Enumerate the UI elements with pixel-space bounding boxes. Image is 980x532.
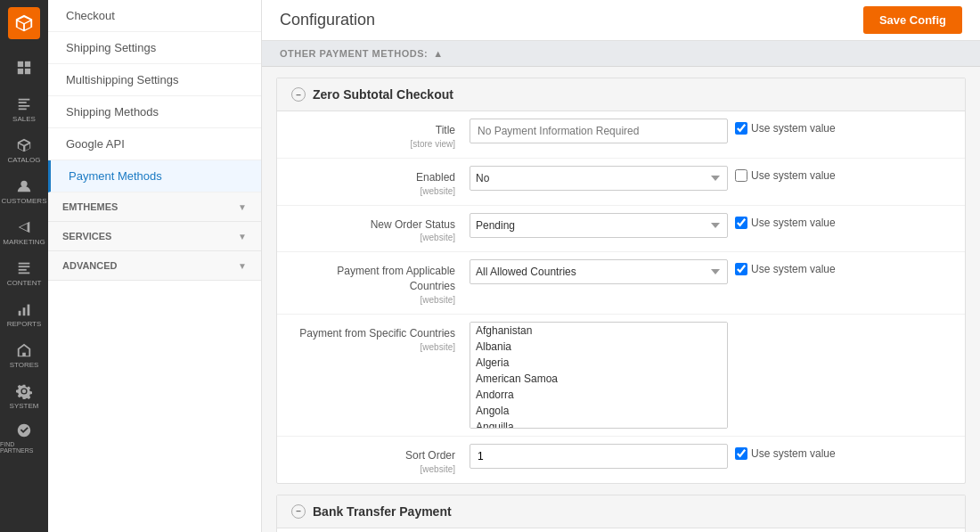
new-order-status-wrapper: Pending — [470, 213, 728, 238]
bank-transfer-enabled-row: Enabled [website] No Yes Use system valu… — [277, 528, 965, 532]
use-system-value-applicable: Use system value — [735, 259, 836, 275]
logo — [8, 7, 40, 39]
chevron-down-icon: ▼ — [238, 261, 247, 271]
bank-transfer-header[interactable]: – Bank Transfer Payment — [277, 495, 965, 528]
new-order-status-label: New Order Status [website] — [291, 213, 470, 245]
main-content: Configuration Save Config OTHER PAYMENT … — [262, 0, 980, 532]
applicable-countries-wrapper: All Allowed Countries Specific Countries — [470, 259, 728, 284]
zero-subtotal-enabled-select[interactable]: No Yes — [470, 166, 728, 191]
chevron-down-icon: ▼ — [238, 232, 247, 241]
sidebar-icon-reports[interactable]: REPORTS — [0, 294, 48, 335]
nav-section-advanced[interactable]: ADVANCED ▼ — [48, 251, 261, 281]
svg-rect-8 — [19, 273, 30, 274]
nav-item-shipping-methods[interactable]: Shipping Methods — [48, 96, 261, 128]
use-system-value-enabled-checkbox[interactable] — [735, 169, 747, 182]
specific-countries-control: AfghanistanAlbaniaAlgeriaAmerican SamoaA… — [470, 322, 951, 429]
svg-rect-7 — [19, 269, 27, 271]
title-label: Title [store view] — [291, 119, 470, 151]
svg-rect-3 — [25, 68, 30, 73]
bank-transfer-section: – Bank Transfer Payment Enabled [website… — [276, 495, 966, 532]
sidebar-icon-stores[interactable]: STORES — [0, 335, 48, 376]
chevron-down-icon: ▼ — [238, 202, 247, 212]
zero-subtotal-order-status-select[interactable]: Pending — [470, 213, 728, 238]
use-system-value-sort-checkbox[interactable] — [735, 447, 747, 460]
bank-transfer-title: Bank Transfer Payment — [313, 504, 452, 519]
svg-rect-11 — [28, 305, 30, 316]
enabled-select-wrapper: No Yes — [470, 166, 728, 191]
page-title: Configuration — [280, 11, 375, 29]
nav-panel: Checkout Shipping Settings Multishipping… — [48, 0, 262, 532]
sort-order-label: Sort Order [website] — [291, 444, 470, 476]
zero-subtotal-applicable-countries-row: Payment from Applicable Countries [websi… — [277, 252, 965, 315]
enabled-control: No Yes Use system value — [470, 166, 951, 191]
sidebar-icon-customers[interactable]: CUSTOMERS — [0, 171, 48, 212]
nav-item-checkout[interactable]: Checkout — [48, 0, 261, 32]
save-config-button[interactable]: Save Config — [863, 6, 962, 34]
zero-subtotal-header[interactable]: – Zero Subtotal Checkout — [277, 78, 965, 111]
sidebar-icon-catalog[interactable]: CATALOG — [0, 130, 48, 171]
sidebar-icon-list: SALES CATALOG CUSTOMERS MARKETING CONTEN… — [0, 48, 48, 458]
use-system-value-label: Use system value — [735, 119, 836, 135]
zero-subtotal-specific-countries-row: Payment from Specific Countries [website… — [277, 315, 965, 437]
zero-subtotal-applicable-countries-select[interactable]: All Allowed Countries Specific Countries — [470, 259, 728, 284]
svg-rect-0 — [18, 61, 23, 66]
sidebar-icon-marketing[interactable]: MARKETING — [0, 212, 48, 253]
sidebar-icon-system[interactable]: SYSTEM — [0, 376, 48, 417]
use-system-value-applicable-checkbox[interactable] — [735, 263, 747, 275]
zero-subtotal-enabled-row: Enabled [website] No Yes Use system valu… — [277, 159, 965, 206]
use-system-value-enabled: Use system value — [735, 166, 836, 182]
use-system-value-order-status: Use system value — [735, 213, 836, 229]
collapse-icon[interactable]: – — [291, 87, 306, 102]
zero-subtotal-title-row: Title [store view] Use system value — [277, 111, 965, 159]
nav-item-google-api[interactable]: Google API — [48, 128, 261, 160]
svg-rect-6 — [19, 266, 30, 267]
zero-subtotal-specific-countries-multiselect[interactable]: AfghanistanAlbaniaAlgeriaAmerican SamoaA… — [470, 322, 728, 429]
svg-rect-9 — [19, 311, 21, 315]
sidebar-icon-content[interactable]: CONTENT — [0, 253, 48, 294]
sidebar-icon-partners[interactable]: FIND PARTNERS — [0, 417, 48, 458]
zero-subtotal-new-order-status-row: New Order Status [website] Pending Use s… — [277, 206, 965, 253]
title-control: Use system value — [470, 119, 951, 143]
enabled-label: Enabled [website] — [291, 166, 470, 198]
nav-item-payment-methods[interactable]: Payment Methods — [48, 160, 261, 192]
svg-point-4 — [20, 181, 27, 187]
sort-order-control: Use system value — [470, 444, 951, 469]
specific-countries-label: Payment from Specific Countries [website… — [291, 322, 470, 354]
zero-subtotal-title-input[interactable] — [470, 119, 728, 143]
new-order-status-control: Pending Use system value — [470, 213, 951, 238]
bank-transfer-collapse-icon[interactable]: – — [291, 504, 306, 519]
zero-subtotal-title: Zero Subtotal Checkout — [313, 87, 453, 102]
zero-subtotal-section: – Zero Subtotal Checkout Title [store vi… — [276, 78, 966, 484]
nav-item-shipping-settings[interactable]: Shipping Settings — [48, 32, 261, 64]
nav-item-multishipping[interactable]: Multishipping Settings — [48, 64, 261, 96]
svg-rect-5 — [19, 263, 30, 265]
main-header: Configuration Save Config — [262, 0, 980, 41]
svg-rect-1 — [25, 61, 30, 66]
use-system-value-sort: Use system value — [735, 444, 836, 460]
nav-section-emthemes[interactable]: EMTHEMES ▼ — [48, 192, 261, 222]
zero-subtotal-sort-order-row: Sort Order [website] Use system value — [277, 437, 965, 483]
use-system-value-checkbox[interactable] — [735, 122, 747, 135]
sidebar-icon-dashboard[interactable] — [0, 48, 48, 89]
nav-section-services[interactable]: SERVICES ▼ — [48, 222, 261, 251]
svg-rect-2 — [18, 68, 23, 73]
sidebar-icon-sales[interactable]: SALES — [0, 89, 48, 130]
section-bar-other-payment: OTHER PAYMENT METHODS: ▲ — [262, 41, 980, 67]
applicable-countries-label: Payment from Applicable Countries [websi… — [291, 259, 470, 307]
zero-subtotal-sort-order-input[interactable] — [470, 444, 728, 469]
use-system-value-order-status-checkbox[interactable] — [735, 217, 747, 229]
sidebar-icons: SALES CATALOG CUSTOMERS MARKETING CONTEN… — [0, 0, 48, 532]
svg-rect-10 — [23, 307, 26, 315]
applicable-countries-control: All Allowed Countries Specific Countries… — [470, 259, 951, 284]
